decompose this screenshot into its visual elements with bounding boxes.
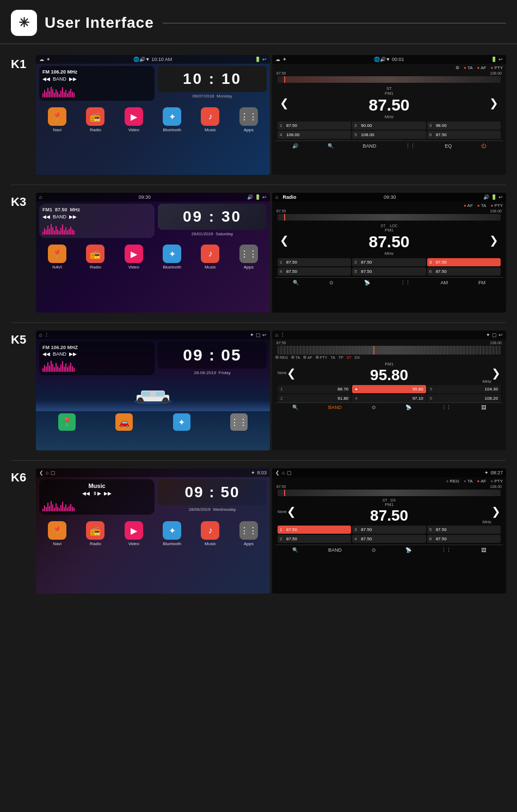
k3r-preset-6[interactable]: 687.50 <box>427 267 501 276</box>
k1-home-screen: ☁ ✦ 🌐🔊▼ 10:10 AM 🔋 ↩ FM 106.20 MHz ◀◀ BA… <box>36 55 270 175</box>
k6r-loop-icon[interactable]: ⊙ <box>372 547 376 553</box>
k5-car-icon[interactable]: 🚗 <box>115 413 133 431</box>
k3r-fm-btn[interactable]: FM <box>478 280 485 285</box>
k6r-back-icon: ❮ <box>275 470 280 475</box>
k1r-freq-display: ❮ ST FM1 87.50 MHz ❯ <box>275 84 503 121</box>
k3r-grid-icon[interactable]: ⋮⋮ <box>401 280 410 285</box>
k3-waveform <box>42 221 151 235</box>
k6-app-navi[interactable]: 📍 Navi <box>48 521 66 546</box>
k3r-preset-3[interactable]: 387.50 <box>427 258 501 266</box>
k6r-preset-6[interactable]: 687.50 <box>427 535 501 543</box>
k5r-grid-icon[interactable]: ⋮⋮ <box>441 405 451 410</box>
k6r-search-icon[interactable]: 🔍 <box>292 547 298 553</box>
k5r-preset-1[interactable]: 188.70 <box>278 385 351 393</box>
k5r-prev-arrow[interactable]: ❮ <box>287 367 296 380</box>
k3r-preset-4[interactable]: 487.50 <box>278 267 351 276</box>
k6-app-music[interactable]: ♪ Music <box>201 521 219 546</box>
k1r-next-arrow[interactable]: ❯ <box>489 96 498 109</box>
k6-app-apps[interactable]: ⋮⋮ Apps <box>239 521 258 546</box>
k1-app-radio[interactable]: 📻 Radio <box>86 107 104 132</box>
k6-app-bluetooth[interactable]: ✦ Bluetooth <box>163 521 181 546</box>
k3r-next-arrow[interactable]: ❯ <box>489 234 498 247</box>
k6-time: 8:03 <box>257 470 267 475</box>
k1-app-navi[interactable]: 📍 Navi <box>48 107 66 132</box>
k3-app-music[interactable]: ♪ Music <box>201 245 219 270</box>
k3r-preset-1[interactable]: 187.50 <box>278 258 351 266</box>
k1-bt-icon: ✦ <box>163 107 181 126</box>
k6-app-video[interactable]: ▶ Video <box>125 521 143 546</box>
k3-navi-icon: 📍 <box>48 245 66 263</box>
k1r-preset-3[interactable]: 398.00 <box>427 121 501 130</box>
k3-app-navi[interactable]: 📍 NAVI <box>48 245 66 270</box>
k3r-preset-5[interactable]: 587.50 <box>352 267 426 276</box>
k3r-loop-icon[interactable]: ⊙ <box>329 280 334 285</box>
k5r-next-arrow[interactable]: ❯ <box>491 367 501 380</box>
k6r-band-btn[interactable]: BAND <box>328 547 342 553</box>
k1r-search-icon[interactable]: 🔍 <box>328 143 334 149</box>
k6-music-label: Music <box>205 541 216 546</box>
k6r-preset-5[interactable]: 587.50 <box>427 526 501 534</box>
k3r-am-btn[interactable]: AM <box>441 280 448 285</box>
section-label-k3: K3 <box>11 193 32 209</box>
k6r-image-icon[interactable]: 🖼 <box>481 547 486 553</box>
k5r-preset-dot[interactable]: ●95.80 <box>352 385 426 393</box>
k5r-loop-icon[interactable]: ⊙ <box>372 405 376 410</box>
k6-back-icon: ❮ <box>39 470 44 475</box>
k3r-prev-arrow[interactable]: ❮ <box>280 234 289 247</box>
k3r-signal-icon[interactable]: 📡 <box>364 280 370 285</box>
k1r-band-btn[interactable]: BAND <box>363 143 377 149</box>
k5r-freq-display: None ❮ FM1 95.80 MHz ❯ <box>275 361 503 385</box>
k3-app-radio[interactable]: 📻 Radio <box>86 245 104 270</box>
k6r-preset-4[interactable]: 487.50 <box>352 535 426 543</box>
k3-app-bluetooth[interactable]: ✦ Bluetooth <box>163 245 181 270</box>
k5r-preset-2[interactable]: 291.80 <box>278 394 351 402</box>
k5r-preset-5[interactable]: 5104.30 <box>427 385 501 393</box>
k6r-grid-icon[interactable]: ⋮⋮ <box>441 547 451 553</box>
k1-back-icon: ↩ <box>262 57 267 62</box>
k5r-image-icon[interactable]: 🖼 <box>481 405 486 410</box>
k1r-preset-1[interactable]: 187.50 <box>278 121 351 130</box>
divider-k5-k6 <box>11 460 506 461</box>
k5r-presets: 188.70 ●95.80 5104.30 291.80 497.10 6106… <box>275 385 503 402</box>
k1r-preset-4[interactable]: 4106.00 <box>278 131 351 139</box>
k3r-search-icon[interactable]: 🔍 <box>293 280 299 285</box>
k3-navi-label: NAVI <box>52 265 62 270</box>
k1-app-apps[interactable]: ⋮⋮ Apps <box>239 107 258 132</box>
k5r-preset-4[interactable]: 497.10 <box>352 394 426 402</box>
k1-app-bluetooth[interactable]: ✦ Bluetooth <box>163 107 181 132</box>
k1r-prev-arrow[interactable]: ❮ <box>280 96 289 109</box>
k3r-preset-2[interactable]: 287.50 <box>352 258 426 266</box>
k3-app-video[interactable]: ▶ Video <box>125 245 143 270</box>
k1r-preset-5[interactable]: 5108.00 <box>352 131 426 139</box>
k1-apps-icon: ⋮⋮ <box>239 107 258 126</box>
k1r-power-icon[interactable]: ⏻ <box>481 143 486 149</box>
k6r-preset-2[interactable]: 287.50 <box>278 535 351 543</box>
k6r-prev-arrow[interactable]: ❮ <box>287 505 296 518</box>
k6r-signal-icon[interactable]: 📡 <box>405 547 411 553</box>
k3-freq-label: FM1 87.50 MHz <box>42 207 151 212</box>
k5r-preset-6[interactable]: 6106.20 <box>427 394 501 402</box>
k6-video-label: Video <box>128 541 139 546</box>
k1-app-music[interactable]: ♪ Music <box>201 107 219 132</box>
k5-bt-icon[interactable]: ✦ <box>173 413 190 431</box>
k6r-preset-1[interactable]: 187.50 <box>278 526 351 534</box>
k1r-eq-btn[interactable]: EQ <box>445 143 452 149</box>
k6-clock-widget: 09 : 50 28/06/2019 Wednesday <box>158 479 267 515</box>
k6r-next-arrow[interactable]: ❯ <box>491 505 501 518</box>
k5r-search-icon[interactable]: 🔍 <box>292 405 298 410</box>
k1-clock-time: 10 : 10 <box>163 70 261 88</box>
k5-nav-icon[interactable]: 📍 <box>58 413 76 431</box>
k1r-preset-6[interactable]: 687.50 <box>427 131 501 139</box>
k1r-grid-icon[interactable]: ⋮⋮ <box>405 143 415 149</box>
k6-apps-icon: ⋮⋮ <box>239 521 258 540</box>
k5r-signal-icon[interactable]: 📡 <box>405 405 411 410</box>
k6r-preset-3[interactable]: 387.50 <box>352 526 426 534</box>
k1r-vol-icon[interactable]: 🔊 <box>292 143 298 149</box>
k3-app-apps[interactable]: ⋮⋮ Apps <box>239 245 258 270</box>
k6-app-radio[interactable]: 📻 Radio <box>86 521 104 546</box>
k1-app-video[interactable]: ▶ Video <box>125 107 143 132</box>
k5r-band-btn[interactable]: BAND <box>328 405 342 410</box>
k5-apps-icon[interactable]: ⋮⋮ <box>230 413 248 431</box>
k1r-preset-2[interactable]: 290.00 <box>352 121 426 130</box>
k5r-band: FM1 <box>296 362 483 367</box>
